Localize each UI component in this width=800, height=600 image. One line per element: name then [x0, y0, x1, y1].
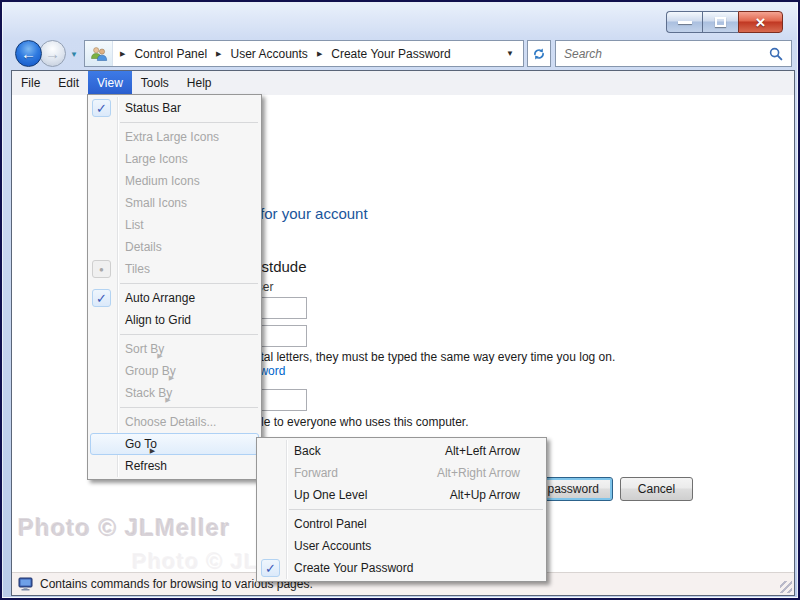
- goto-item-forward: Forward Alt+Right Arrow: [257, 462, 546, 484]
- view-menu-item-details: Details: [88, 236, 261, 258]
- view-menu-item-sort-by: Sort By ▶: [88, 338, 261, 360]
- breadcrumb-item-control-panel[interactable]: Control Panel: [132, 46, 209, 62]
- checkmark-icon: ✓: [92, 99, 111, 117]
- submenu-arrow-icon: ▶: [165, 396, 170, 404]
- goto-item-back[interactable]: Back Alt+Left Arrow: [257, 440, 546, 462]
- minimize-button[interactable]: [666, 11, 702, 33]
- menu-help[interactable]: Help: [178, 71, 221, 95]
- user-accounts-icon: [85, 41, 113, 66]
- view-menu-item-extra-large-icons: Extra Large Icons: [88, 126, 261, 148]
- view-menu-item-align-to-grid[interactable]: Align to Grid: [88, 309, 261, 331]
- goto-submenu: Back Alt+Left Arrow Forward Alt+Right Ar…: [256, 437, 547, 582]
- menu-separator: [289, 509, 543, 510]
- view-menu-item-medium-icons: Medium Icons: [88, 170, 261, 192]
- refresh-icon: [532, 47, 546, 61]
- watermark: Photo © JLMeller: [18, 514, 230, 542]
- view-menu-item-refresh[interactable]: Refresh: [88, 455, 261, 477]
- menu-shortcut: Alt+Left Arrow: [417, 444, 520, 458]
- goto-item-up-one-level[interactable]: Up One Level Alt+Up Arrow: [257, 484, 546, 506]
- refresh-button[interactable]: [527, 40, 551, 67]
- checkmark-icon: ✓: [261, 559, 280, 577]
- resize-grip[interactable]: [780, 581, 792, 593]
- breadcrumb-item-user-accounts[interactable]: User Accounts: [229, 46, 310, 62]
- menu-tools[interactable]: Tools: [132, 71, 178, 95]
- goto-item-control-panel[interactable]: Control Panel: [257, 513, 546, 535]
- view-menu-item-tiles: ● Tiles: [88, 258, 261, 280]
- view-menu-item-go-to[interactable]: Go To ▶: [88, 433, 261, 455]
- minimize-icon: [678, 21, 692, 24]
- maximize-button[interactable]: [702, 11, 738, 33]
- search-box: [555, 40, 792, 67]
- submenu-arrow-icon: ▶: [169, 374, 174, 382]
- radio-icon: ●: [92, 260, 111, 278]
- menu-file[interactable]: File: [12, 71, 49, 95]
- menu-separator: [120, 334, 258, 335]
- client-area: File Edit View Tools Help Create a passw…: [11, 70, 795, 596]
- menu-view[interactable]: View: [88, 71, 132, 95]
- maximize-icon: [715, 17, 726, 27]
- back-button[interactable]: ←: [15, 40, 42, 67]
- breadcrumb-separator-icon: ▶: [209, 50, 228, 58]
- close-button[interactable]: ×: [738, 11, 783, 33]
- breadcrumb-separator-icon: ▶: [113, 50, 132, 58]
- view-menu-item-list: List: [88, 214, 261, 236]
- menu-edit[interactable]: Edit: [49, 71, 88, 95]
- titlebar[interactable]: ×: [3, 3, 797, 37]
- menu-separator: [120, 283, 258, 284]
- view-menu-item-large-icons: Large Icons: [88, 148, 261, 170]
- forward-button: →: [39, 40, 66, 67]
- goto-item-user-accounts[interactable]: User Accounts: [257, 535, 546, 557]
- goto-item-create-your-password[interactable]: ✓ Create Your Password: [257, 557, 546, 579]
- cancel-button[interactable]: Cancel: [620, 477, 693, 501]
- menu-shortcut: Alt+Right Arrow: [409, 466, 520, 480]
- breadcrumb-item-create-your-password[interactable]: Create Your Password: [329, 46, 452, 62]
- menu-shortcut: Alt+Up Arrow: [422, 488, 520, 502]
- breadcrumb-separator-icon: ▶: [310, 50, 329, 58]
- close-icon: ×: [756, 14, 766, 31]
- navigation-bar: ← → ▼ ▶ Control Panel ▶ User Accounts ▶ …: [12, 39, 794, 69]
- search-icon[interactable]: [761, 47, 791, 61]
- view-menu-item-group-by: Group By ▶: [88, 360, 261, 382]
- menu-separator: [120, 407, 258, 408]
- view-menu: ✓ Status Bar Extra Large Icons Large Ico…: [87, 94, 262, 480]
- recent-pages-dropdown[interactable]: ▼: [70, 50, 78, 59]
- checkmark-icon: ✓: [92, 289, 111, 307]
- menu-separator: [120, 122, 258, 123]
- window: × ← → ▼ ▶ Control Panel ▶ User Accou: [2, 2, 798, 598]
- view-menu-item-stack-by: Stack By ▶: [88, 382, 261, 404]
- submenu-arrow-icon: ▶: [157, 352, 162, 360]
- forward-arrow-icon: →: [45, 45, 60, 62]
- breadcrumb-dropdown[interactable]: ▼: [497, 41, 523, 66]
- breadcrumb: ▶ Control Panel ▶ User Accounts ▶ Create…: [84, 40, 524, 67]
- view-menu-item-auto-arrange[interactable]: ✓ Auto Arrange: [88, 287, 261, 309]
- back-arrow-icon: ←: [21, 45, 36, 62]
- menubar: File Edit View Tools Help: [12, 71, 794, 95]
- search-input[interactable]: [556, 47, 761, 61]
- view-menu-item-choose-details: Choose Details...: [88, 411, 261, 433]
- computer-icon: [18, 577, 34, 591]
- view-menu-item-status-bar[interactable]: ✓ Status Bar: [88, 97, 261, 119]
- view-menu-item-small-icons: Small Icons: [88, 192, 261, 214]
- two-people-icon: [90, 46, 108, 62]
- submenu-arrow-icon: ▶: [150, 447, 155, 455]
